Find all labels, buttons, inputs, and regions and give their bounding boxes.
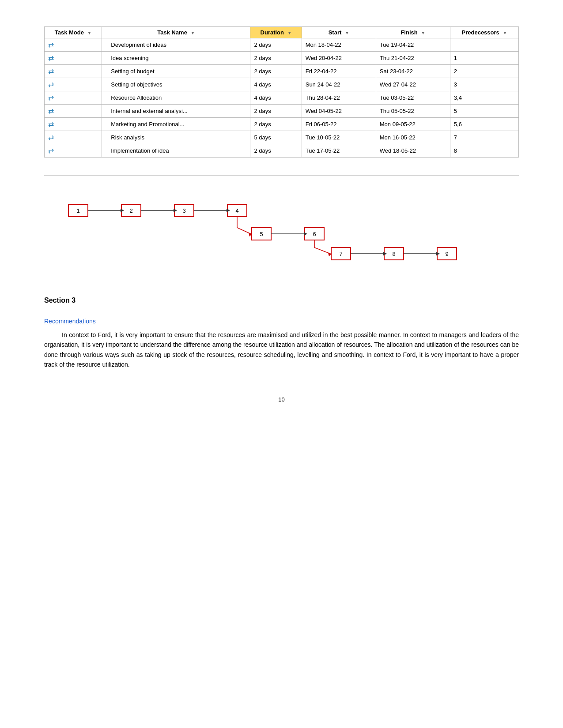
- node-9-label: 9: [445, 251, 448, 257]
- task-mode-icon: ⇄: [48, 94, 54, 102]
- predecessors-cell: 7: [450, 131, 518, 144]
- task-name-cell: Internal and external analysi...: [102, 105, 250, 118]
- recommendations-link[interactable]: Recommendations: [44, 318, 519, 325]
- table-row: ⇄Resource Allocation4 daysThu 28-04-22Tu…: [45, 91, 519, 105]
- th-task-mode-arrow: ▼: [87, 30, 92, 35]
- duration-cell: 2 days: [250, 105, 302, 118]
- task-mode-icon: ⇄: [48, 80, 54, 89]
- duration-cell: 4 days: [250, 78, 302, 91]
- start-cell: Fri 22-04-22: [302, 65, 376, 78]
- task-name-cell: Marketing and Promotional...: [102, 118, 250, 131]
- th-predecessors: Predecessors ▼: [450, 27, 518, 38]
- table-row: ⇄Setting of budget2 daysFri 22-04-22Sat …: [45, 65, 519, 78]
- node-2-label: 2: [129, 207, 132, 214]
- duration-cell: 2 days: [250, 52, 302, 65]
- node-4-label: 4: [235, 207, 238, 214]
- task-mode-icon: ⇄: [48, 146, 54, 155]
- table-row: ⇄Internal and external analysi...2 daysW…: [45, 105, 519, 118]
- task-table: Task Mode ▼ Task Name ▼ Duration ▼ Start…: [44, 26, 519, 158]
- predecessors-cell: 5: [450, 105, 518, 118]
- page-number: 10: [44, 396, 519, 403]
- th-finish-arrow: ▼: [421, 30, 425, 35]
- task-table-section: Task Mode ▼ Task Name ▼ Duration ▼ Start…: [44, 26, 519, 158]
- task-mode-cell: ⇄: [45, 105, 102, 118]
- duration-cell: 2 days: [250, 144, 302, 158]
- th-predecessors-arrow: ▼: [503, 30, 507, 35]
- task-mode-cell: ⇄: [45, 118, 102, 131]
- duration-cell: 4 days: [250, 91, 302, 105]
- task-mode-icon: ⇄: [48, 133, 54, 142]
- predecessors-cell: 2: [450, 65, 518, 78]
- start-cell: Wed 20-04-22: [302, 52, 376, 65]
- node-3-label: 3: [182, 207, 185, 214]
- task-mode-cell: ⇄: [45, 38, 102, 52]
- th-task-name-arrow: ▼: [191, 30, 195, 35]
- task-mode-cell: ⇄: [45, 52, 102, 65]
- table-row: ⇄Implementation of idea2 daysTue 17-05-2…: [45, 144, 519, 158]
- task-mode-cell: ⇄: [45, 131, 102, 144]
- task-mode-cell: ⇄: [45, 78, 102, 91]
- task-mode-cell: ⇄: [45, 144, 102, 158]
- finish-cell: Thu 21-04-22: [376, 52, 450, 65]
- table-row: ⇄Setting of objectives4 daysSun 24-04-22…: [45, 78, 519, 91]
- th-task-name: Task Name ▼: [102, 27, 250, 38]
- task-mode-icon: ⇄: [48, 54, 54, 62]
- section-3-container: Section 3 Recommendations In context to …: [44, 296, 519, 370]
- task-mode-icon: ⇄: [48, 120, 54, 128]
- start-cell: Fri 06-05-22: [302, 118, 376, 131]
- task-name-cell: Implementation of idea: [102, 144, 250, 158]
- finish-cell: Sat 23-04-22: [376, 65, 450, 78]
- duration-cell: 5 days: [250, 131, 302, 144]
- task-mode-icon: ⇄: [48, 41, 54, 49]
- th-finish: Finish ▼: [376, 27, 450, 38]
- start-cell: Wed 04-05-22: [302, 105, 376, 118]
- table-row: ⇄Development of ideas2 daysMon 18-04-22T…: [45, 38, 519, 52]
- th-start-arrow: ▼: [345, 30, 349, 35]
- node-6-label: 6: [313, 231, 316, 237]
- node-7-label: 7: [339, 251, 342, 257]
- recommendations-body-text: In context to Ford, it is very important…: [44, 331, 519, 368]
- task-mode-icon: ⇄: [48, 67, 54, 75]
- start-cell: Tue 10-05-22: [302, 131, 376, 144]
- start-cell: Thu 28-04-22: [302, 91, 376, 105]
- table-row: ⇄Marketing and Promotional...2 daysFri 0…: [45, 118, 519, 131]
- section-3-title: Section 3: [44, 296, 519, 304]
- node-5-label: 5: [260, 231, 263, 237]
- network-diagram-section: 1 2 3 4 5 6 7 8 9: [44, 175, 519, 279]
- finish-cell: Tue 19-04-22: [376, 38, 450, 52]
- duration-cell: 2 days: [250, 118, 302, 131]
- predecessors-cell: 5,6: [450, 118, 518, 131]
- task-name-cell: Setting of budget: [102, 65, 250, 78]
- start-cell: Sun 24-04-22: [302, 78, 376, 91]
- predecessors-cell: 1: [450, 52, 518, 65]
- th-duration: Duration ▼: [250, 27, 302, 38]
- start-cell: Tue 17-05-22: [302, 144, 376, 158]
- network-diagram-svg: 1 2 3 4 5 6 7 8 9: [44, 184, 495, 268]
- finish-cell: Tue 03-05-22: [376, 91, 450, 105]
- duration-cell: 2 days: [250, 65, 302, 78]
- predecessors-cell: 3,4: [450, 91, 518, 105]
- table-row: ⇄Risk analysis5 daysTue 10-05-22Mon 16-0…: [45, 131, 519, 144]
- task-mode-cell: ⇄: [45, 65, 102, 78]
- node-1-label: 1: [76, 207, 79, 214]
- finish-cell: Thu 05-05-22: [376, 105, 450, 118]
- task-name-cell: Resource Allocation: [102, 91, 250, 105]
- th-duration-arrow: ▼: [287, 30, 292, 35]
- task-name-cell: Risk analysis: [102, 131, 250, 144]
- finish-cell: Wed 18-05-22: [376, 144, 450, 158]
- duration-cell: 2 days: [250, 38, 302, 52]
- finish-cell: Mon 16-05-22: [376, 131, 450, 144]
- finish-cell: Mon 09-05-22: [376, 118, 450, 131]
- node-8-label: 8: [392, 251, 395, 257]
- arrow-6-7: [314, 240, 330, 254]
- task-mode-cell: ⇄: [45, 91, 102, 105]
- arrow-4-5: [237, 217, 251, 234]
- task-mode-icon: ⇄: [48, 107, 54, 115]
- task-name-cell: Idea screening: [102, 52, 250, 65]
- recommendations-body: In context to Ford, it is very important…: [44, 330, 519, 370]
- table-row: ⇄Idea screening2 daysWed 20-04-22Thu 21-…: [45, 52, 519, 65]
- task-name-cell: Development of ideas: [102, 38, 250, 52]
- predecessors-cell: [450, 38, 518, 52]
- task-name-cell: Setting of objectives: [102, 78, 250, 91]
- predecessors-cell: 8: [450, 144, 518, 158]
